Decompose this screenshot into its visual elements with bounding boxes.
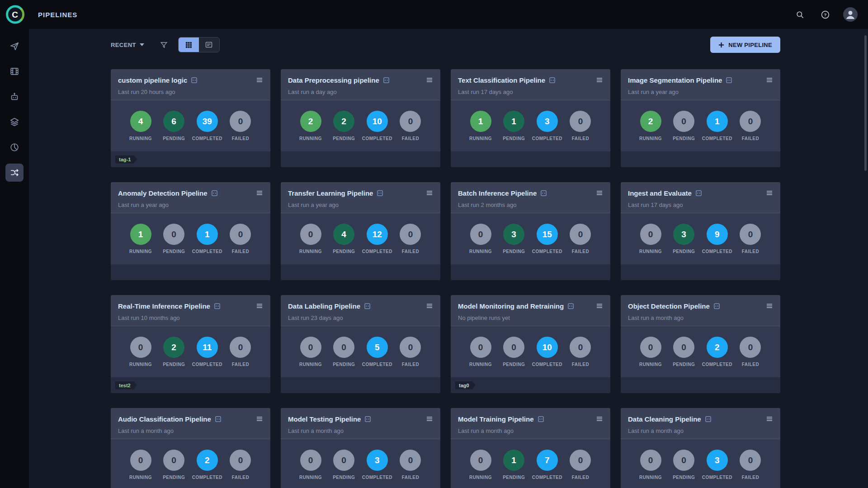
stat-count: 1 <box>470 111 491 132</box>
stat-failed: 0FAILED <box>564 224 597 254</box>
stat-label: FAILED <box>572 136 590 141</box>
stat-count: 4 <box>333 224 354 245</box>
filter-button[interactable] <box>160 41 168 49</box>
card-menu-button[interactable] <box>424 300 435 311</box>
pipeline-card[interactable]: Data Labeling Pipeline Last run 23 days … <box>281 295 440 393</box>
sidebar-item-projects[interactable] <box>5 37 24 55</box>
stat-count: 0 <box>570 450 591 471</box>
card-footer <box>621 377 780 393</box>
stats-row: 0RUNNING0PENDING10COMPLETED0FAILED <box>451 326 610 377</box>
pipeline-card[interactable]: Ingest and Evaluate Last run 17 days ago… <box>621 182 780 280</box>
pipeline-grid: custom pipeline logic Last run 20 hours … <box>111 69 780 488</box>
stat-count: 2 <box>707 337 728 358</box>
tag-chip[interactable]: test2 <box>115 381 137 389</box>
card-menu-button[interactable] <box>764 75 775 85</box>
plus-icon <box>718 42 724 48</box>
card-menu-button[interactable] <box>254 300 265 311</box>
card-menu-button[interactable] <box>594 300 605 311</box>
scrollbar-thumb[interactable] <box>864 35 867 171</box>
stat-count: 15 <box>537 224 558 245</box>
stat-count: 0 <box>673 450 694 471</box>
card-header: Transfer Learning Pipeline Last run a ye… <box>281 182 440 213</box>
pipeline-card[interactable]: Data Preprocessing pipeline Last run a d… <box>281 69 440 167</box>
pipeline-card[interactable]: Object Detection Pipeline Last run a mon… <box>621 295 780 393</box>
card-menu-button[interactable] <box>254 413 265 424</box>
sort-dropdown[interactable]: RECENT <box>111 42 144 48</box>
pipeline-card[interactable]: Batch Inference Pipeline Last run 2 mont… <box>451 182 610 280</box>
card-footer: test2 <box>111 377 270 393</box>
card-menu-button[interactable] <box>594 75 605 85</box>
stat-failed: 0FAILED <box>734 337 767 367</box>
pipeline-mini-icon <box>383 77 390 84</box>
pipeline-card[interactable]: Audio Classification Pipeline Last run a… <box>111 408 270 488</box>
stat-completed: 3COMPLETED <box>361 450 393 480</box>
user-avatar-icon[interactable] <box>842 6 859 23</box>
sidebar-item-pipelines[interactable] <box>5 164 24 182</box>
card-menu-button[interactable] <box>254 75 265 85</box>
pipeline-card[interactable]: custom pipeline logic Last run 20 hours … <box>111 69 270 167</box>
card-menu-button[interactable] <box>594 413 605 424</box>
sidebar-item-layers[interactable] <box>5 113 24 131</box>
stat-label: COMPLETED <box>192 475 222 480</box>
stat-pending: 0PENDING <box>668 111 700 141</box>
pipeline-last-run: Last run a day ago <box>288 89 435 95</box>
pipeline-title: Data Cleaning Pipeline <box>628 415 701 423</box>
pipeline-last-run: Last run 2 months ago <box>458 202 605 208</box>
pipeline-mini-icon <box>713 303 720 310</box>
sidebar <box>0 29 29 488</box>
stat-count: 0 <box>503 337 524 358</box>
new-pipeline-button[interactable]: NEW PIPELINE <box>710 37 780 53</box>
pipeline-card[interactable]: Image Segmentation Pipeline Last run a y… <box>621 69 780 167</box>
sidebar-item-reports[interactable] <box>5 138 24 156</box>
stat-label: FAILED <box>232 475 250 480</box>
card-menu-button[interactable] <box>424 75 435 85</box>
stat-running: 0RUNNING <box>294 450 327 480</box>
help-icon[interactable]: ? <box>816 6 834 23</box>
card-menu-button[interactable] <box>424 188 435 198</box>
pipeline-title: Batch Inference Pipeline <box>458 189 537 197</box>
card-header: Anomaly Detection Pipeline Last run a ye… <box>111 182 270 213</box>
pipeline-card[interactable]: Transfer Learning Pipeline Last run a ye… <box>281 182 440 280</box>
card-menu-button[interactable] <box>764 188 775 198</box>
card-header: Audio Classification Pipeline Last run a… <box>111 408 270 439</box>
stat-failed: 0FAILED <box>224 224 257 254</box>
stat-count: 0 <box>163 224 184 245</box>
stat-label: FAILED <box>232 249 250 254</box>
stat-label: RUNNING <box>129 249 152 254</box>
pipeline-card[interactable]: Data Cleaning Pipeline Last run a month … <box>621 408 780 488</box>
stat-running: 1RUNNING <box>124 224 157 254</box>
stat-label: FAILED <box>742 136 760 141</box>
stat-count: 0 <box>470 337 491 358</box>
stat-pending: 6PENDING <box>158 111 190 141</box>
pipeline-card[interactable]: Model Testing Pipeline Last run a month … <box>281 408 440 488</box>
card-menu-button[interactable] <box>594 188 605 198</box>
hamburger-menu-icon <box>255 415 264 423</box>
stat-count: 0 <box>230 224 251 245</box>
pipeline-title: Audio Classification Pipeline <box>118 415 211 423</box>
card-menu-button[interactable] <box>254 188 265 198</box>
stat-count: 0 <box>640 337 661 358</box>
pipeline-card[interactable]: Model Training Pipeline Last run a month… <box>451 408 610 488</box>
tag-chip[interactable]: tag-1 <box>115 155 137 164</box>
stat-running: 0RUNNING <box>294 224 327 254</box>
sidebar-item-models[interactable] <box>5 88 24 106</box>
pipeline-card[interactable]: Text Classification Pipeline Last run 17… <box>451 69 610 167</box>
search-icon[interactable] <box>791 6 808 23</box>
card-menu-button[interactable] <box>424 413 435 424</box>
pipeline-card[interactable]: Real-Time Inference Pipeline Last run 10… <box>111 295 270 393</box>
list-view-button[interactable] <box>199 38 219 52</box>
sidebar-item-datasets[interactable] <box>5 62 24 80</box>
grid-view-button[interactable] <box>179 38 199 52</box>
stat-label: PENDING <box>673 475 695 480</box>
card-header: Text Classification Pipeline Last run 17… <box>451 69 610 100</box>
card-menu-button[interactable] <box>764 300 775 311</box>
pipeline-card[interactable]: Model Monitoring and Retraining No pipel… <box>451 295 610 393</box>
card-menu-button[interactable] <box>764 413 775 424</box>
stats-row: 0RUNNING1PENDING7COMPLETED0FAILED <box>451 439 610 488</box>
pipeline-title: Text Classification Pipeline <box>458 76 545 84</box>
tag-chip[interactable]: tag0 <box>455 381 476 389</box>
stat-label: FAILED <box>572 249 590 254</box>
pipeline-card[interactable]: Anomaly Detection Pipeline Last run a ye… <box>111 182 270 280</box>
pipeline-title: Object Detection Pipeline <box>628 302 710 310</box>
card-header: Ingest and Evaluate Last run 17 days ago <box>621 182 780 213</box>
